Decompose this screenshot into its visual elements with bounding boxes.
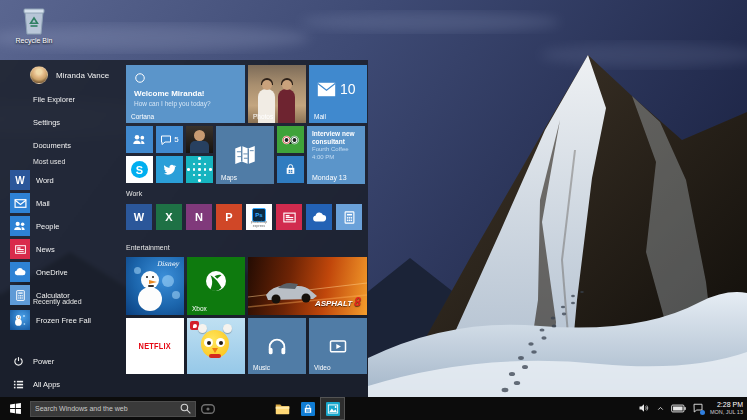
frozen-free-fall-icon: [10, 310, 30, 330]
tile-chick-game[interactable]: [187, 318, 245, 374]
news-icon: [282, 210, 297, 225]
search-icon[interactable]: [179, 402, 193, 416]
tile-mail[interactable]: 10 Mail: [309, 65, 367, 123]
calendar-event-title: Interview new consultant: [312, 130, 360, 146]
tile-calculator[interactable]: [336, 204, 362, 230]
taskbar-store[interactable]: [295, 397, 320, 420]
calendar-event-location: Fourth Coffee: [312, 146, 360, 154]
tile-skype[interactable]: S: [126, 156, 153, 183]
tile-people[interactable]: [126, 126, 153, 153]
tile-store[interactable]: [277, 156, 304, 183]
taskbar-clock[interactable]: 2:28 PM MON, JUL 13: [710, 401, 743, 415]
tile-cortana[interactable]: Welcome Miranda! How can I help you toda…: [126, 65, 245, 123]
tile-excel[interactable]: X: [156, 204, 182, 230]
messaging-count: 5: [174, 135, 178, 144]
rail-app-people[interactable]: People: [0, 216, 126, 236]
user-profile[interactable]: Miranda Vance: [0, 65, 126, 85]
notification-badge: [700, 410, 705, 415]
photos-app-icon: [326, 402, 340, 416]
search-input[interactable]: [31, 405, 179, 412]
powerpoint-icon: P: [225, 211, 232, 223]
start-button[interactable]: [0, 397, 30, 420]
people-icon: [10, 216, 30, 236]
word-icon: W: [134, 211, 144, 223]
shopping-bag-icon: [284, 163, 297, 176]
recently-added-header: Recently added: [33, 298, 82, 305]
tile-asphalt-8[interactable]: ASPHALT 8: [248, 257, 367, 315]
windows-logo-icon: [9, 402, 22, 415]
tripadvisor-owl-icon: [281, 134, 300, 146]
tile-word[interactable]: W: [126, 204, 152, 230]
rail-app-onedrive[interactable]: OneDrive: [0, 262, 126, 282]
avatar: [30, 66, 48, 84]
tile-twitter[interactable]: [156, 156, 183, 183]
tile-messaging[interactable]: 5: [156, 126, 183, 153]
store-icon: [301, 402, 315, 416]
battery-icon[interactable]: [671, 404, 686, 413]
action-center-icon[interactable]: [692, 402, 704, 414]
hidden-icons-chevron[interactable]: [656, 404, 665, 413]
all-apps-button[interactable]: All Apps: [0, 374, 126, 394]
recycle-bin-label: Recycle Bin: [8, 37, 60, 44]
tile-music[interactable]: Music: [248, 318, 306, 374]
recycle-bin[interactable]: Recycle Bin: [8, 6, 60, 44]
rail-item-settings[interactable]: Settings: [0, 112, 126, 132]
power-icon: [12, 355, 24, 367]
tile-onenote[interactable]: N: [186, 204, 212, 230]
asphalt-number: 8: [354, 295, 361, 309]
file-explorer-icon: [275, 402, 290, 415]
tile-photoshop-express[interactable]: Ps photoshop express: [246, 204, 272, 230]
disney-wordmark: Disney: [157, 260, 179, 268]
taskbar-photos[interactable]: [320, 397, 345, 420]
video-player-icon: [328, 336, 348, 356]
excel-icon: X: [165, 211, 172, 223]
entertainment-group-header: Entertainment: [126, 244, 170, 251]
work-group-header: Work: [126, 190, 142, 197]
people-icon: [132, 132, 147, 147]
tile-calendar[interactable]: Interview new consultant Fourth Coffee 4…: [307, 126, 365, 184]
tile-video[interactable]: Video: [309, 318, 367, 374]
rail-item-file-explorer[interactable]: File Explorer: [0, 89, 126, 109]
tile-onedrive[interactable]: [306, 204, 332, 230]
envelope-icon: [317, 82, 336, 97]
rail-app-mail[interactable]: Mail: [0, 193, 126, 213]
messaging-icon: [160, 134, 172, 146]
task-view-icon: [201, 404, 215, 414]
recycle-bin-icon: [8, 6, 60, 36]
tile-photos[interactable]: Photos: [248, 65, 306, 123]
calculator-icon: [342, 210, 357, 225]
mail-icon: [10, 193, 30, 213]
asphalt-wordmark: ASPHALT: [315, 299, 352, 308]
tile-powerpoint[interactable]: P: [216, 204, 242, 230]
most-used-header: Most used: [33, 158, 65, 165]
volume-icon[interactable]: [638, 402, 650, 414]
rail-app-news[interactable]: News: [0, 239, 126, 259]
news-icon: [10, 239, 30, 259]
taskbar-search-box[interactable]: [30, 401, 196, 417]
tile-dots-app[interactable]: [186, 156, 213, 183]
tile-contact-photo[interactable]: [186, 126, 213, 153]
rail-item-documents[interactable]: Documents: [0, 135, 126, 155]
tile-maps[interactable]: Maps: [216, 126, 274, 184]
calculator-icon: [10, 285, 30, 305]
tile-tripadvisor[interactable]: [277, 126, 304, 153]
all-apps-icon: [12, 378, 24, 390]
rail-app-frozen-free-fall[interactable]: Frozen Free Fall: [0, 310, 126, 330]
skype-icon: S: [131, 161, 148, 178]
netflix-wordmark: NETFLIX: [139, 341, 171, 351]
word-icon: W: [10, 170, 30, 190]
clock-date: MON, JUL 13: [710, 409, 743, 415]
rail-app-word[interactable]: W Word: [0, 170, 126, 190]
tile-frozen-free-fall[interactable]: Disney: [126, 257, 184, 315]
task-view-button[interactable]: [196, 397, 220, 420]
tile-netflix[interactable]: NETFLIX: [126, 318, 184, 374]
calendar-event-time: 4:00 PM: [312, 154, 360, 162]
tile-xbox[interactable]: Xbox: [187, 257, 245, 315]
cortana-icon: [134, 72, 146, 84]
taskbar-file-explorer[interactable]: [270, 397, 295, 420]
tile-news[interactable]: [276, 204, 302, 230]
power-button[interactable]: Power: [0, 351, 126, 371]
headphones-icon: [266, 335, 288, 357]
taskbar: 2:28 PM MON, JUL 13: [0, 397, 747, 420]
onedrive-cloud-icon: [311, 209, 328, 226]
